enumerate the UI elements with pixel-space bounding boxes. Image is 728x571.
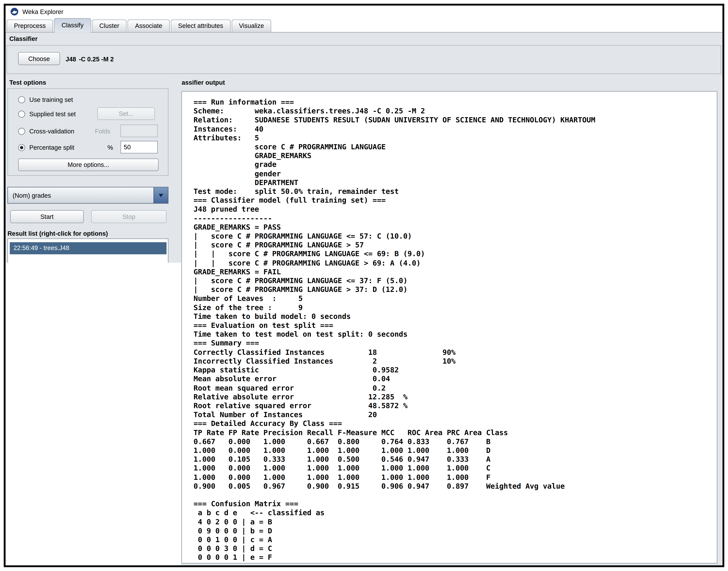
start-button[interactable]: Start <box>10 210 84 223</box>
radio-percentage-split[interactable] <box>18 144 25 151</box>
percentage-split-input[interactable] <box>120 141 158 153</box>
cross-validation-label: Cross-validation <box>29 128 74 135</box>
classifier-output-title: Classifier output <box>175 79 225 86</box>
tab-bar: Preprocess Classify Cluster Associate Se… <box>6 18 272 32</box>
classifier-panel: Choose J48-C 0.25 -M 2 <box>6 45 721 74</box>
stop-button[interactable]: Stop <box>91 210 167 223</box>
weka-explorer-window: Weka Explorer Preprocess Classify Cluste… <box>0 0 728 571</box>
window-title: Weka Explorer <box>22 8 64 15</box>
tab-preprocess[interactable]: Preprocess <box>6 19 53 32</box>
use-training-set-label: Use training set <box>29 96 73 104</box>
choose-button[interactable]: Choose <box>18 52 60 65</box>
chevron-down-icon[interactable] <box>154 187 168 203</box>
tab-associate[interactable]: Associate <box>127 19 170 32</box>
percentage-split-label: Percentage split <box>29 144 74 151</box>
tab-select-attributes[interactable]: Select attributes <box>171 19 231 32</box>
classifier-output-text: === Run information === Scheme: weka.cla… <box>182 92 717 562</box>
folds-label: Folds <box>95 128 110 135</box>
class-attribute-select[interactable]: (Nom) grades <box>7 187 168 204</box>
percent-sign-label: % <box>107 144 113 151</box>
set-button[interactable]: Set... <box>97 107 155 120</box>
left-options-column: Test options Use training set Supplied t… <box>6 77 181 263</box>
classifier-section: Classifier Choose J48-C 0.25 -M 2 <box>6 32 722 77</box>
radio-supplied-test-set[interactable] <box>18 111 25 118</box>
result-list-item[interactable]: 22:56:49 - trees.J48 <box>10 242 167 254</box>
classifier-output-region: === Run information === Scheme: weka.cla… <box>181 91 722 565</box>
tab-classify[interactable]: Classify <box>54 18 91 32</box>
more-options-button[interactable]: More options... <box>18 158 159 171</box>
supplied-test-set-label: Supplied test set <box>29 111 76 118</box>
class-attribute-value: (Nom) grades <box>8 192 154 199</box>
folds-input[interactable] <box>120 125 158 137</box>
radio-cross-validation[interactable] <box>18 128 25 135</box>
result-list[interactable]: 22:56:49 - trees.J48 <box>7 239 168 263</box>
tab-cluster[interactable]: Cluster <box>92 19 126 32</box>
test-options-panel: Use training set Supplied test set Set..… <box>7 88 168 176</box>
test-options-title: Test options <box>9 79 46 86</box>
result-list-title: Result list (right-click for options) <box>7 230 108 237</box>
radio-use-training-set[interactable] <box>18 96 25 103</box>
weka-logo-icon <box>10 7 19 16</box>
classifier-output-strip: Classifier output <box>171 77 722 91</box>
classifier-output-area[interactable]: === Run information === Scheme: weka.cla… <box>181 91 717 564</box>
tab-visualize[interactable]: Visualize <box>232 19 271 32</box>
classifier-params: -C 0.25 -M 2 <box>79 56 114 63</box>
classifier-section-title: Classifier <box>9 35 38 42</box>
classifier-spec: J48-C 0.25 -M 2 <box>66 56 114 63</box>
title-bar[interactable]: Weka Explorer <box>6 6 722 18</box>
classifier-name: J48 <box>66 56 76 63</box>
